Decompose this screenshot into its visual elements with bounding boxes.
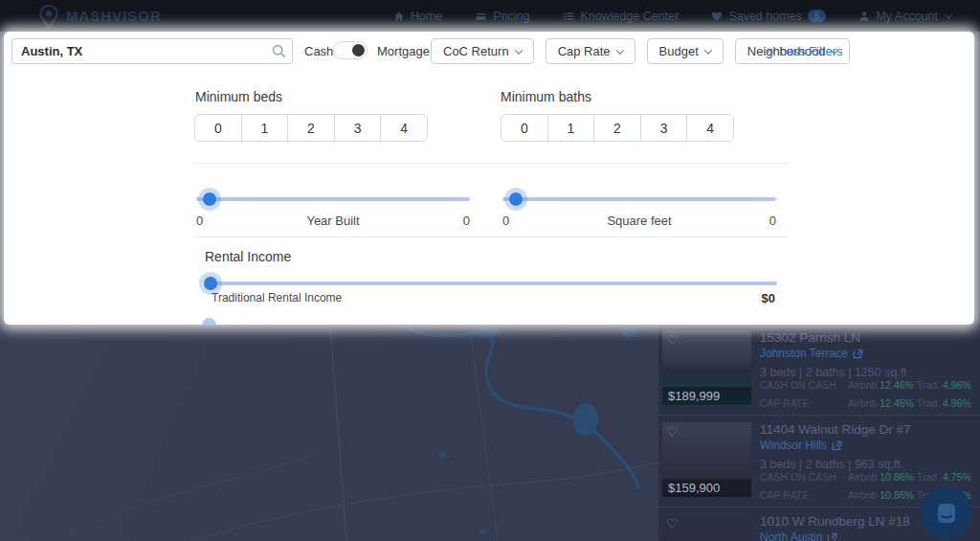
slider-max-value: 0 (463, 214, 470, 228)
metric-label: CAP RATE (760, 398, 848, 409)
segment-option[interactable]: 0 (195, 115, 242, 141)
metric-row: CASH ON CASH Airbnb 12.46% Trad. 4.96% (760, 379, 974, 391)
filter-button-coc-return[interactable]: CoC Return (431, 38, 534, 64)
neighborhood-name: Windsor Hills (760, 439, 827, 452)
trad-value: 4.96% (943, 379, 971, 391)
segment-option[interactable]: 3 (641, 115, 688, 141)
nav-item-saved-homes[interactable]: Saved homes 8 (711, 10, 826, 23)
filter-button-label: Cap Rate (558, 44, 611, 58)
nav-item-label: My Account (876, 10, 938, 23)
segment-option[interactable]: 4 (381, 115, 427, 141)
listing-photo: ♡ (662, 514, 751, 541)
slider-label: Square feet (607, 214, 671, 228)
listing-address: 11404 Walnut Ridge Dr #7 (760, 422, 974, 437)
filter-button-label: Budget (659, 44, 699, 58)
chevron-down-icon (514, 46, 522, 54)
divider (194, 163, 788, 164)
metric-label: CASH ON CASH (760, 472, 848, 483)
segment-option[interactable]: 4 (687, 115, 733, 141)
neighborhood-link[interactable]: Johnston Terrace (760, 347, 974, 360)
listing-photo: ♡ $159,900 (662, 422, 751, 497)
nav-item-pricing[interactable]: Pricing (475, 10, 529, 23)
airbnb-metric: Airbnb 12.46% (848, 379, 917, 391)
toggle-knob (352, 44, 365, 56)
slider-handle[interactable] (204, 277, 217, 290)
mashvisor-logo[interactable]: MASHVISOR (38, 5, 162, 28)
search-input[interactable] (11, 38, 293, 64)
filter-button-cap-rate[interactable]: Cap Rate (546, 38, 635, 64)
chat-launcher-button[interactable] (920, 486, 972, 539)
range-slider-year-built: 0 Year Built 0 (196, 192, 470, 228)
slider-handle[interactable] (203, 192, 216, 206)
external-link-icon (832, 440, 842, 451)
segment-option[interactable]: 1 (548, 115, 595, 141)
nav-item-label: Knowledge Center (581, 10, 679, 23)
segment-option[interactable]: 0 (501, 115, 548, 141)
slider-handle[interactable] (509, 192, 523, 206)
chevron-up-icon (767, 49, 774, 56)
trad-value: 4.75% (943, 471, 971, 483)
listing-metrics: CASH ON CASH Airbnb 12.46% Trad. 4.96% C… (760, 379, 974, 411)
nav-menu: Home Pricing Knowledge Center Saved home… (393, 10, 951, 23)
chevron-down-icon (704, 46, 712, 54)
nav-item-label: Saved homes (728, 10, 801, 23)
segment-option[interactable]: 1 (242, 115, 289, 141)
divider (194, 237, 788, 237)
listing-photo: ♡ $189,999 (662, 330, 751, 405)
segment-option[interactable]: 2 (288, 115, 335, 141)
favorite-heart-icon[interactable]: ♡ (666, 332, 679, 348)
cash-mortgage-toggle[interactable] (333, 41, 368, 59)
search-icon[interactable] (272, 44, 286, 62)
rental-income-value: $0 (762, 291, 775, 305)
less-filters-link[interactable]: Less Filters (768, 44, 842, 58)
slider-max-value: 0 (769, 214, 776, 228)
slider-track[interactable] (502, 197, 776, 201)
airbnb-label: Airbnb (848, 379, 877, 391)
home-icon (393, 11, 405, 22)
rental-income-slider (205, 277, 777, 285)
favorite-heart-icon[interactable]: ♡ (666, 516, 679, 531)
minimum-baths-group: 01234 (501, 114, 734, 142)
nav-item-home[interactable]: Home (393, 10, 442, 23)
nav-item-knowledge-center[interactable]: Knowledge Center (563, 10, 679, 23)
metric-label: CASH ON CASH (760, 380, 848, 391)
rental-income-heading: Rental Income (205, 249, 291, 264)
nav-item-label: Pricing (493, 10, 529, 23)
airbnb-value: 10.86% (880, 471, 914, 483)
neighborhood-name: North Austin (760, 530, 822, 541)
brand-name: MASHVISOR (66, 8, 162, 24)
slider-track[interactable] (205, 282, 777, 285)
minimum-beds-label: Minimum beds (195, 89, 282, 104)
less-filters-label: Less Filters (779, 44, 842, 58)
listing-price: $189,999 (662, 387, 751, 405)
rental-income-labels: Traditional Rental Income $0 (212, 291, 775, 305)
user-icon (858, 11, 870, 22)
airbnb-label: Airbnb (848, 471, 877, 483)
nav-item-label: Home (411, 10, 442, 23)
trad-label: Trad. (917, 471, 940, 483)
nav-item-my-account[interactable]: My Account (858, 10, 951, 23)
segment-option[interactable]: 3 (335, 115, 382, 141)
listing-card[interactable]: ♡ $189,999 15302 Parrish LN Johnston Ter… (658, 324, 980, 416)
mortgage-label: Mortgage (377, 44, 430, 58)
favorite-heart-icon[interactable]: ♡ (666, 424, 679, 440)
slider-min-value: 0 (196, 214, 203, 228)
chevron-down-icon (945, 11, 952, 18)
airbnb-metric: Airbnb 12.46% (848, 397, 917, 409)
filter-button-budget[interactable]: Budget (647, 38, 724, 64)
search-box (11, 38, 293, 64)
airbnb-metric: Airbnb 10.86% (848, 489, 917, 501)
cash-label: Cash (304, 44, 333, 58)
slider-track[interactable] (196, 197, 470, 201)
listing-price: $159,900 (662, 479, 751, 497)
neighborhood-link[interactable]: Windsor Hills (760, 439, 974, 452)
minimum-beds-group: 01234 (194, 114, 428, 142)
listing-info: 15302 Parrish LN Johnston Terrace 3 beds… (760, 329, 974, 409)
heart-icon (711, 11, 723, 22)
segment-option[interactable]: 2 (594, 115, 641, 141)
airbnb-label: Airbnb (848, 489, 877, 501)
pricing-icon (475, 11, 487, 22)
partial-slider-handle[interactable] (202, 318, 216, 325)
metric-label: CAP RATE (760, 490, 848, 501)
beds-baths-sqft: 3 beds | 2 baths | 1250 sq.ft (760, 366, 974, 379)
